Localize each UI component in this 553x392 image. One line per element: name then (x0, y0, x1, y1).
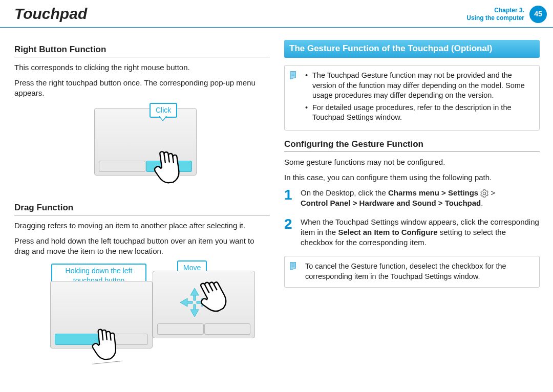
cancel-note-text: To cancel the Gesture function, deselect… (305, 262, 506, 280)
step-1-number: 1 (284, 188, 295, 209)
configure-p2: In this case, you can configure them usi… (284, 172, 540, 183)
note-icon (289, 262, 298, 271)
cancel-note-box: To cancel the Gesture function, deselect… (284, 256, 540, 287)
drag-heading: Drag Function (14, 202, 270, 215)
chapter-number: Chapter 3. (494, 7, 524, 14)
note-bullet1: The Touchpad Gesture function may not be… (305, 71, 533, 101)
right-button-heading: Right Button Function (14, 44, 270, 57)
configure-heading: Configuring the Gesture Function (284, 139, 540, 152)
callout-click-label: Click (156, 106, 171, 114)
right-button-desc2: Press the right touchpad button once. Th… (14, 78, 270, 99)
gesture-note-box: The Touchpad Gesture function may not be… (284, 65, 540, 130)
left-column: Right Button Function This corresponds t… (14, 40, 270, 374)
page-title: Touchpad (14, 4, 87, 25)
touchpad-left-button (99, 161, 145, 172)
content-area: Right Button Function This corresponds t… (0, 28, 553, 379)
step-2-body: When the Touchpad Settings window appear… (301, 217, 540, 248)
header-meta: Chapter 3. Using the computer 45 (466, 6, 553, 23)
note-bullet2: For detailed usage procedures, refer to … (305, 103, 533, 123)
step-1-body: On the Desktop, click the Charms menu > … (301, 188, 540, 209)
right-click-illustration: Click (14, 105, 270, 192)
step-2-number: 2 (284, 217, 295, 248)
note-icon (289, 71, 298, 80)
configure-p1: Some gesture functions may not be config… (284, 157, 540, 167)
drag-desc1: Dragging refers to moving an item to ano… (14, 221, 270, 231)
right-column: The Gesture Function of the Touchpad (Op… (284, 40, 540, 374)
callout-click: Click (150, 103, 177, 118)
step-2: 2 When the Touchpad Settings window appe… (284, 217, 540, 248)
drag-illustration: Holding down the left touchpad button Mo… (14, 262, 270, 364)
right-button-desc1: This corresponds to clicking the right m… (14, 62, 270, 73)
page-header: Touchpad Chapter 3. Using the computer 4… (0, 0, 553, 28)
drag-desc2: Press and hold down the left touchpad bu… (14, 236, 270, 257)
page-number-badge: 45 (529, 6, 547, 23)
hand-icon (89, 325, 123, 364)
chapter-section: Using the computer (466, 14, 524, 21)
step-1: 1 On the Desktop, click the Charms menu … (284, 188, 540, 209)
settings-gear-icon (480, 189, 488, 198)
gesture-banner: The Gesture Function of the Touchpad (Op… (284, 40, 540, 58)
hand-icon (150, 147, 185, 187)
chapter-label: Chapter 3. Using the computer (466, 7, 524, 22)
